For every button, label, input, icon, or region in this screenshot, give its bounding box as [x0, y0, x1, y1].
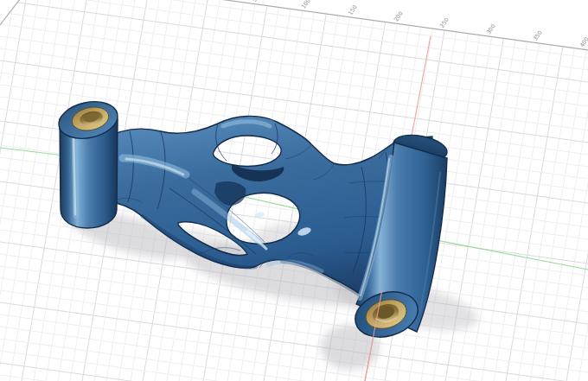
cad-viewport[interactable]: 50100150200250300350400	[0, 0, 588, 381]
viewport-canvas[interactable]: 50100150200250300350400	[0, 0, 588, 381]
left-bushing-cylinder[interactable]	[55, 97, 121, 228]
